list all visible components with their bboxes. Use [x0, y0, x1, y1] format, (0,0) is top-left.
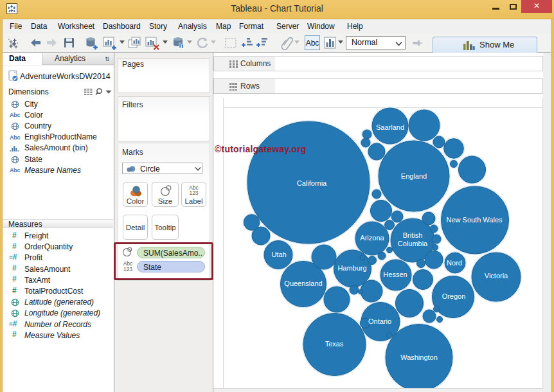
svg-text:Columbia: Columbia [398, 240, 428, 247]
svg-text:Saarland: Saarland [376, 123, 404, 131]
svg-text:Queensland: Queensland [284, 280, 322, 287]
svg-text:England: England [401, 172, 427, 180]
svg-text:Nord: Nord [447, 259, 462, 267]
svg-text:Oregon: Oregon [442, 292, 466, 300]
svg-text:New South Wales: New South Wales [446, 216, 503, 224]
svg-text:Hessen: Hessen [383, 271, 407, 278]
svg-text:Ontario: Ontario [368, 317, 391, 325]
svg-text:British: British [403, 231, 423, 239]
svg-text:Utah: Utah [271, 251, 286, 258]
svg-text:Hamburg: Hamburg [337, 264, 366, 272]
svg-text:Texas: Texas [325, 340, 344, 348]
svg-text:Washington: Washington [400, 353, 438, 361]
svg-text:California: California [297, 179, 327, 187]
svg-text:Victoria: Victoria [485, 272, 508, 280]
svg-text:Arizona: Arizona [360, 234, 384, 242]
